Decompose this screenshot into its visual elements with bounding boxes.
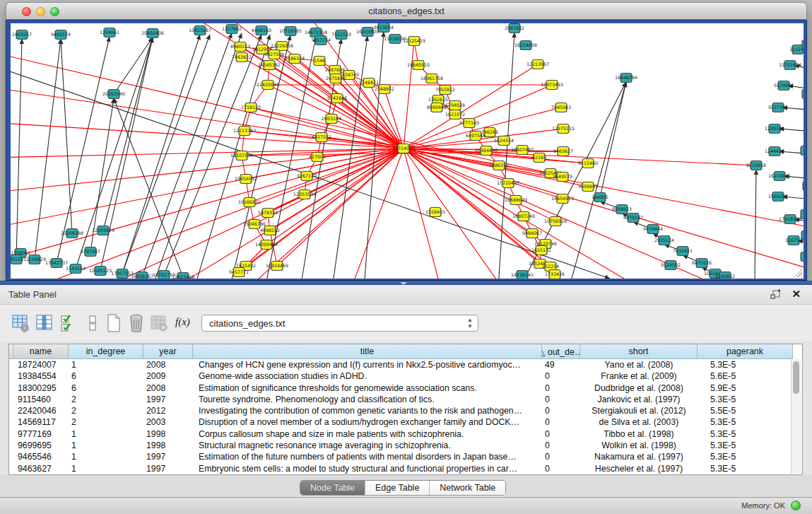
cell-short[interactable]: Stergiakouli et al. (2012) (580, 405, 698, 416)
cell-short[interactable]: Franke et al. (2009) (580, 370, 698, 382)
delete-columns-icon[interactable] (127, 313, 146, 333)
graph-node[interactable]: 14099463 (255, 240, 278, 250)
cell-name[interactable]: 9115460 (13, 394, 69, 405)
cell-pagerank[interactable]: 5.3E-5 (698, 416, 793, 428)
graph-node[interactable]: 9267130 (297, 172, 317, 181)
graph-node[interactable]: 5878334 (258, 209, 278, 218)
cell-pagerank[interactable]: 5.5E-5 (698, 405, 793, 416)
graph-node[interactable]: 9827508 (264, 50, 284, 59)
graph-edge[interactable] (11, 148, 404, 158)
graph-edge[interactable] (76, 37, 153, 269)
table-row[interactable]: 1830029562008Estimation of significance … (9, 382, 793, 394)
graph-node[interactable]: 20691406 (141, 29, 164, 38)
graph-node[interactable]: 20053340 (102, 90, 125, 99)
cell-out_de[interactable]: 0 (542, 463, 580, 474)
graph-node[interactable]: 18640910 (407, 61, 430, 70)
cell-pagerank[interactable]: 5.6E-5 (698, 370, 793, 382)
graph-edge[interactable] (61, 39, 72, 233)
graph-node[interactable]: 17016504 (779, 215, 801, 224)
graph-node[interactable]: 1209388 (765, 124, 784, 134)
table-row[interactable]: 2242004622012Investigating the contribut… (9, 405, 793, 416)
row-height-icon[interactable] (83, 313, 102, 333)
cell-in_degree[interactable]: 2 (69, 416, 143, 428)
cell-title[interactable]: Embryonic stem cells: a model to study s… (193, 463, 542, 474)
cell-name[interactable]: 18300295 (13, 382, 69, 394)
table-row[interactable]: 946362711997Embryonic stem cells: a mode… (9, 463, 793, 474)
cell-year[interactable]: 1998 (143, 428, 193, 440)
cell-out_de[interactable]: 0 (542, 440, 580, 451)
cell-name[interactable]: 19384554 (13, 370, 69, 382)
cell-short[interactable]: Hescheler et al. (1997) (580, 463, 698, 474)
graph-node[interactable]: 6466160 (252, 26, 271, 35)
graph-node[interactable]: 12125419 (403, 37, 425, 46)
cell-pagerank[interactable]: 5.3E-5 (698, 394, 793, 405)
cell-out_de[interactable]: 0 (542, 428, 580, 440)
close-panel-icon[interactable]: ✕ (792, 288, 801, 300)
graph-node[interactable]: 20206588 (61, 229, 83, 238)
cell-in_degree[interactable]: 6 (69, 382, 143, 394)
graph-node[interactable]: 16154808 (514, 41, 537, 50)
cell-short[interactable]: Nakamura et al. (1997) (580, 451, 698, 462)
cell-in_degree[interactable]: 1 (69, 440, 143, 451)
graph-node[interactable]: 9457771 (229, 268, 249, 277)
graph-node[interactable]: 2718120 (241, 103, 261, 112)
function-builder-icon[interactable]: f(x) (175, 316, 194, 336)
cell-year[interactable]: 2009 (143, 370, 193, 382)
cell-name[interactable]: 9777169 (13, 428, 69, 440)
graph-node[interactable]: 39159 (11, 255, 23, 264)
graph-node[interactable]: 9463627 (553, 147, 573, 156)
cell-short[interactable]: Jankovic et al. (1997) (580, 394, 698, 405)
cell-title[interactable]: Estimation of significance thresholds fo… (193, 382, 542, 394)
graph-edge[interactable] (117, 35, 210, 279)
graph-edge[interactable] (11, 122, 404, 148)
graph-node[interactable] (802, 90, 804, 99)
graph-node[interactable]: 9227341 (768, 103, 788, 112)
graph-node[interactable]: 1621072 (445, 110, 465, 119)
graph-node[interactable]: 5624554 (494, 136, 514, 146)
graph-node[interactable] (803, 182, 804, 191)
graph-node[interactable]: 16958167 (131, 272, 153, 279)
cell-out_de[interactable]: 0 (542, 405, 580, 416)
cell-out_de[interactable]: 0 (542, 451, 580, 462)
cell-title[interactable]: Changes of HCN gene expression and I(f) … (193, 359, 542, 370)
cell-in_degree[interactable]: 2 (69, 394, 143, 405)
graph-node[interactable]: 1327602 (222, 25, 242, 34)
graph-node[interactable]: 12375115 (552, 124, 575, 134)
column-header-title[interactable]: title (193, 344, 542, 359)
table-row[interactable]: 969969511998Structural magnetic resonanc… (9, 440, 793, 451)
graph-node[interactable]: 1204661 (100, 28, 119, 37)
cell-pagerank[interactable]: 5.3E-5 (698, 463, 793, 474)
cell-out_de[interactable]: 0 (542, 416, 580, 428)
graph-node[interactable]: 12213383 (233, 127, 256, 136)
graph-node[interactable]: 12505123 (89, 267, 112, 276)
network-table-selector[interactable]: citations_edges.txt ▲▼ (201, 315, 478, 332)
graph-edge[interactable] (251, 107, 404, 148)
cell-year[interactable]: 2012 (143, 405, 193, 416)
table-row[interactable]: 1938455462009Genome-wide association stu… (9, 370, 793, 382)
graph-edge[interactable] (266, 148, 404, 245)
graph-node[interactable]: 7632621 (673, 247, 693, 256)
graph-node[interactable]: 11156829 (23, 255, 46, 264)
select-column-icon[interactable] (35, 313, 54, 333)
table-vertical-scrollbar[interactable] (791, 359, 801, 474)
column-header-in_degree[interactable]: in_degree (69, 344, 143, 359)
graph-node[interactable]: 19654932 (235, 175, 257, 184)
table-mode-icon[interactable] (11, 313, 30, 333)
cell-title[interactable]: Disruption of a novel member of a sodium… (193, 416, 542, 428)
window-titlebar[interactable]: citations_edges.txt (6, 2, 807, 20)
graph-node[interactable]: 2568852 (375, 85, 394, 94)
graph-node[interactable]: 12213967 (526, 60, 549, 69)
cell-pagerank[interactable]: 5.3E-5 (698, 359, 793, 370)
graph-node[interactable]: 19654923 (551, 194, 574, 204)
cell-short[interactable]: Yano et al. (2008) (580, 359, 698, 370)
graph-node[interactable]: 2087682 (505, 24, 524, 33)
show-hide-columns-icon[interactable] (59, 313, 78, 333)
graph-node[interactable] (801, 231, 804, 240)
graph-node[interactable]: 9884067 (522, 229, 542, 238)
graph-node[interactable]: 8471626 (692, 259, 712, 268)
graph-node[interactable]: 7955812 (435, 86, 455, 95)
cell-in_degree[interactable]: 1 (69, 359, 143, 370)
graph-node[interactable] (802, 40, 804, 49)
column-header-short[interactable]: short (580, 344, 698, 359)
graph-edge[interactable] (600, 82, 626, 197)
